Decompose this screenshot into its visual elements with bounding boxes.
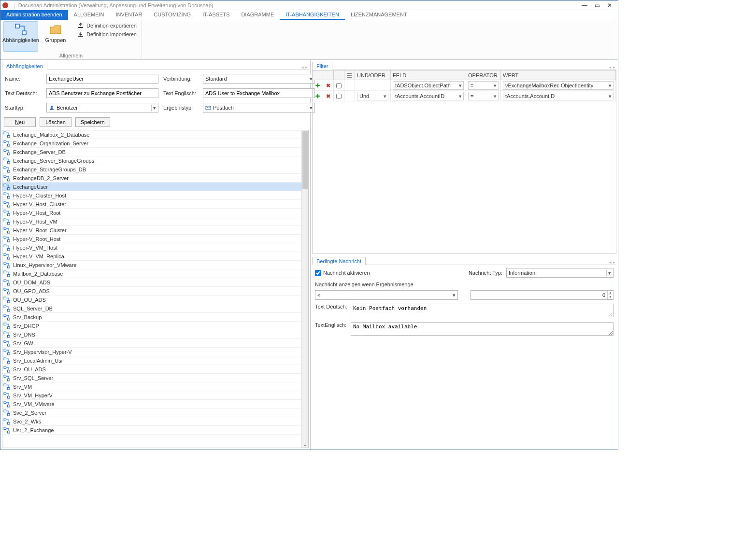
filter-undoder-cell[interactable]: Und▾ [355,91,391,101]
button-neu[interactable]: Neu [4,117,36,127]
list-item[interactable]: Srv_LocalAdmin_Usr [2,356,301,365]
menu-tab-lizenzmanagement[interactable]: LIZENZMANAGEMENT [345,10,413,20]
tabstrip-arrows-filter[interactable]: ◂ ▸ [609,65,616,70]
filter-add-button[interactable]: ✚ [313,91,323,101]
list-item[interactable]: Svc_2_Wks [2,417,301,426]
dependency-icon [3,210,10,216]
menu-tab-it-abhängigkeiten[interactable]: IT-ABHÄNGIGKEITEN [280,10,345,20]
list-item[interactable]: Srv_OU_ADS [2,365,301,374]
tab-admin-exit[interactable]: Administration beenden [0,10,68,20]
filter-group-checkbox[interactable] [334,91,344,101]
spinner-up[interactable]: ▲ [608,291,613,295]
filter-feld-cell[interactable]: tADSObject.ObjectPath▾ [391,80,466,91]
svg-rect-7 [8,135,10,138]
list-item[interactable]: Srv_Backup [2,313,301,322]
list-item[interactable]: Hyper-V_VM_Replica [2,252,301,261]
list-item[interactable]: Exchange_Server_StorageGroups [2,156,301,165]
list-item[interactable]: Exchange_Mailbox_2_Database [2,130,301,139]
spinner-down[interactable]: ▼ [608,295,613,299]
button-speichern[interactable]: Speichern [75,117,110,127]
filter-feld-cell[interactable]: tAccounts.AccountID▾ [391,91,466,101]
input-text-en[interactable] [203,88,315,98]
filter-wert-cell[interactable]: vExchangeMailboxRec.ObjectIdentity▾ [501,80,616,91]
list-item[interactable]: Srv_GW [2,339,301,348]
svg-rect-68 [4,401,6,404]
list-item[interactable]: Exchange_StorageGroups_DB [2,165,301,174]
list-item[interactable]: Hyper-V_Cluster_Host [2,191,301,200]
textarea-cond-text-de[interactable] [351,304,613,317]
list-item[interactable]: Hyper-V_Root_Host [2,235,301,243]
list-item[interactable]: ExchangeDB_2_Server [2,174,301,183]
list-item[interactable]: Hyper-V_Host_VM [2,217,301,226]
checkbox-activate-message[interactable]: Nachricht aktivieren [315,270,370,276]
list-item[interactable]: Usr_2_Exchange [2,426,301,435]
filter-add-button[interactable]: ✚ [313,80,323,91]
filter-operator-cell[interactable]: =▾ [466,91,501,101]
list-item[interactable]: SQL_Server_DB [2,304,301,313]
list-item[interactable]: Srv_VM_HyperV [2,391,301,400]
ribbon-button-gruppen[interactable]: Gruppen [38,21,73,52]
list-item[interactable]: OU_OU_ADS [2,296,301,304]
filter-wert-cell[interactable]: tAccounts.AccountID▾ [501,91,616,101]
list-item[interactable]: Linux_Hypervisor_VMware [2,261,301,269]
button-loeschen[interactable]: Löschen [40,117,71,127]
filter-undoder-cell[interactable] [355,80,391,91]
tabstrip-arrows-left[interactable]: ◂ ▸ [301,65,309,70]
list-item[interactable]: Hyper-V_VM_Host [2,243,301,252]
filter-delete-button[interactable]: ✖ [323,91,334,101]
tab-filter[interactable]: Filter [312,62,332,70]
list-item[interactable]: Srv_VM_VMware [2,400,301,408]
maximize-button[interactable]: ▭ [593,2,601,9]
list-item[interactable]: Srv_DHCP [2,322,301,330]
textarea-cond-text-en[interactable] [351,322,613,336]
minimize-button[interactable]: — [580,2,589,9]
list-item[interactable]: Exchange_Server_DB [2,148,301,156]
svg-rect-9 [8,144,10,146]
select-comparator[interactable]: < ▾ [315,290,458,300]
filter-header-undoder: UND/ODER [355,70,391,80]
list-item[interactable]: Srv_VM [2,382,301,391]
list-item[interactable]: Hyper-V_Root_Cluster [2,226,301,235]
filter-delete-button[interactable]: ✖ [323,80,334,91]
list-item[interactable]: OU_GPO_ADS [2,287,301,296]
menu-tab-inventar[interactable]: INVENTAR [110,10,148,20]
svg-rect-22 [4,201,6,204]
scrollbar[interactable]: ▲ ▼ [301,130,308,448]
tabstrip-arrows-cond[interactable]: ◂ ▸ [609,260,616,265]
list-item[interactable]: Hyper-V_Host_Cluster [2,200,301,209]
list-item[interactable]: Srv_Hypervisor_Hyper-V [2,348,301,356]
select-ergebnistyp[interactable]: Postfach ▾ [203,103,315,113]
scrollbar-thumb[interactable] [302,131,308,189]
list-item[interactable]: Srv_SQL_Server [2,374,301,382]
tab-abhaengigkeiten[interactable]: Abhängigkeiten [2,62,47,70]
filter-group-checkbox[interactable] [334,80,344,91]
menu-tab-allgemein[interactable]: ALLGEMEIN [68,10,110,20]
select-nachricht-typ[interactable]: Information ▾ [506,268,613,278]
spinner-threshold[interactable]: 0 ▲▼ [471,290,613,300]
close-button[interactable]: ✕ [605,2,614,9]
tab-bedingte-nachricht[interactable]: Bedingte Nachricht [312,257,366,265]
list-item[interactable]: Svc_2_Server [2,408,301,417]
list-item[interactable]: ExchangeUser [2,183,301,191]
button-definition-export[interactable]: Definition exportieren [76,22,139,29]
menu-tab-diagramme[interactable]: DIAGRAMME [235,10,280,20]
input-name[interactable] [46,74,158,84]
menu-tab-customizing[interactable]: CUSTOMIZING [148,10,197,20]
svg-rect-50 [4,323,6,325]
menu-tab-it-assets[interactable]: IT-ASSETS [197,10,235,20]
button-definition-import[interactable]: Definition importieren [76,31,139,38]
select-verbindung[interactable]: Standard ▾ [203,74,315,84]
svg-rect-18 [4,184,6,186]
svg-rect-33 [8,248,10,251]
list-item[interactable]: Hyper-V_Host_Root [2,209,301,217]
select-starttyp[interactable]: Benutzer ▾ [46,103,158,113]
list-item[interactable]: Mailbox_2_Database [2,269,301,278]
filter-operator-cell[interactable]: =▾ [466,80,501,91]
input-text-de[interactable] [46,88,158,98]
list-item[interactable]: OU_DOM_ADS [2,278,301,287]
checkbox-activate-message-input[interactable] [315,270,321,276]
list-item[interactable]: Srv_DNS [2,330,301,339]
svg-rect-56 [4,349,6,352]
ribbon-button-abhaengigkeiten[interactable]: Abhängigkeiten [3,21,38,52]
list-item[interactable]: Exchange_Organization_Server [2,139,301,148]
